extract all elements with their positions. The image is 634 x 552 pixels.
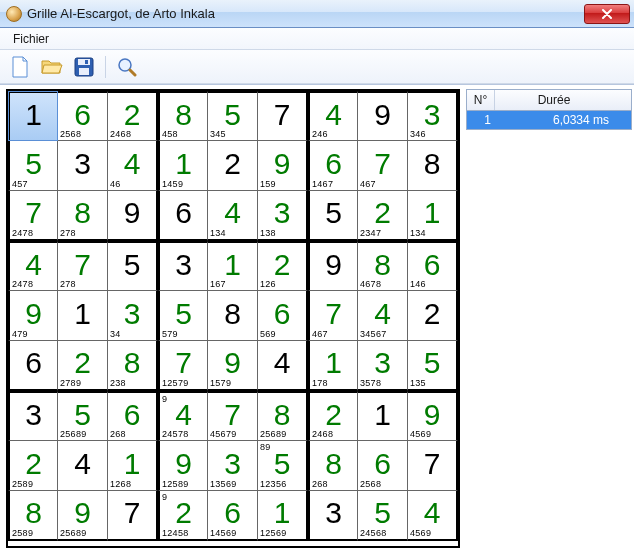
cell-r8-c3[interactable]: 11268 <box>108 441 158 491</box>
cell-r8-c7[interactable]: 8268 <box>308 441 358 491</box>
cell-r1-c6[interactable]: 7 <box>258 91 308 141</box>
cell-r3-c4[interactable]: 6 <box>158 191 208 241</box>
cell-r2-c8[interactable]: 7467 <box>358 141 408 191</box>
cell-r6-c3[interactable]: 8238 <box>108 341 158 391</box>
cell-r7-c1[interactable]: 3 <box>8 391 58 441</box>
cell-r9-c4[interactable]: 2124589 <box>158 491 208 541</box>
app-icon <box>6 6 22 22</box>
cell-value: 8 <box>424 149 441 179</box>
cell-r6-c8[interactable]: 33578 <box>358 341 408 391</box>
cell-r1-c3[interactable]: 22468 <box>108 91 158 141</box>
cell-r5-c9[interactable]: 2 <box>408 291 458 341</box>
cell-r5-c2[interactable]: 1 <box>58 291 108 341</box>
cell-value: 8 <box>274 400 291 430</box>
cell-r3-c5[interactable]: 4134 <box>208 191 258 241</box>
titlebar: Grille AI-Escargot, de Arto Inkala <box>0 0 634 28</box>
cell-r8-c1[interactable]: 22589 <box>8 441 58 491</box>
cell-r2-c3[interactable]: 446 <box>108 141 158 191</box>
cell-r2-c2[interactable]: 3 <box>58 141 108 191</box>
cell-r3-c7[interactable]: 5 <box>308 191 358 241</box>
cell-r9-c1[interactable]: 82589 <box>8 491 58 541</box>
new-file-button[interactable] <box>6 53 34 81</box>
cell-r8-c2[interactable]: 4 <box>58 441 108 491</box>
table-row[interactable]: 16,0334 ms <box>467 111 631 129</box>
cell-r6-c6[interactable]: 4 <box>258 341 308 391</box>
close-button[interactable] <box>584 4 630 24</box>
cell-r7-c3[interactable]: 6268 <box>108 391 158 441</box>
cell-r1-c1[interactable]: 1 <box>8 91 58 141</box>
cell-r6-c9[interactable]: 5135 <box>408 341 458 391</box>
menu-file[interactable]: Fichier <box>4 29 58 49</box>
cell-r8-c5[interactable]: 313569 <box>208 441 258 491</box>
cell-r2-c9[interactable]: 8 <box>408 141 458 191</box>
cell-r5-c7[interactable]: 7467 <box>308 291 358 341</box>
cell-r3-c3[interactable]: 9 <box>108 191 158 241</box>
cell-candidates: 2478 <box>12 228 33 238</box>
search-button[interactable] <box>113 53 141 81</box>
cell-r8-c9[interactable]: 7 <box>408 441 458 491</box>
save-button[interactable] <box>70 53 98 81</box>
cell-r4-c2[interactable]: 7278 <box>58 241 108 291</box>
cell-r1-c9[interactable]: 3346 <box>408 91 458 141</box>
cell-r3-c6[interactable]: 3138 <box>258 191 308 241</box>
cell-r7-c4[interactable]: 4245789 <box>158 391 208 441</box>
cell-r5-c4[interactable]: 5579 <box>158 291 208 341</box>
cell-r9-c9[interactable]: 44569 <box>408 491 458 541</box>
cell-r1-c7[interactable]: 4246 <box>308 91 358 141</box>
cell-r4-c4[interactable]: 3 <box>158 241 208 291</box>
cell-r9-c7[interactable]: 3 <box>308 491 358 541</box>
cell-candidates: 178 <box>312 378 328 388</box>
cell-r9-c2[interactable]: 925689 <box>58 491 108 541</box>
cell-r4-c3[interactable]: 5 <box>108 241 158 291</box>
cell-r9-c8[interactable]: 524568 <box>358 491 408 541</box>
cell-r4-c7[interactable]: 9 <box>308 241 358 291</box>
cell-r9-c6[interactable]: 112569 <box>258 491 308 541</box>
cell-r6-c7[interactable]: 1178 <box>308 341 358 391</box>
cell-r8-c6[interactable]: 51235689 <box>258 441 308 491</box>
cell-r3-c9[interactable]: 1134 <box>408 191 458 241</box>
sudoku-grid[interactable]: 1625682246884585345742469334654573446114… <box>6 89 460 548</box>
cell-r6-c2[interactable]: 22789 <box>58 341 108 391</box>
cell-r2-c4[interactable]: 11459 <box>158 141 208 191</box>
cell-r8-c8[interactable]: 62568 <box>358 441 408 491</box>
cell-r1-c2[interactable]: 62568 <box>58 91 108 141</box>
cell-r5-c1[interactable]: 9479 <box>8 291 58 341</box>
cell-r1-c5[interactable]: 5345 <box>208 91 258 141</box>
cell-r4-c8[interactable]: 84678 <box>358 241 408 291</box>
cell-r7-c8[interactable]: 1 <box>358 391 408 441</box>
cell-r4-c5[interactable]: 1167 <box>208 241 258 291</box>
cell-value: 1 <box>424 198 441 228</box>
cell-r7-c2[interactable]: 525689 <box>58 391 108 441</box>
cell-r9-c3[interactable]: 7 <box>108 491 158 541</box>
cell-r7-c6[interactable]: 825689 <box>258 391 308 441</box>
cell-r9-c5[interactable]: 614569 <box>208 491 258 541</box>
cell-r6-c1[interactable]: 6 <box>8 341 58 391</box>
cell-r8-c4[interactable]: 912589 <box>158 441 208 491</box>
col-duration[interactable]: Durée <box>495 90 613 110</box>
cell-r3-c1[interactable]: 72478 <box>8 191 58 241</box>
cell-r7-c7[interactable]: 22468 <box>308 391 358 441</box>
cell-value: 5 <box>175 299 192 329</box>
cell-r2-c5[interactable]: 2 <box>208 141 258 191</box>
cell-r4-c1[interactable]: 42478 <box>8 241 58 291</box>
cell-r2-c6[interactable]: 9159 <box>258 141 308 191</box>
cell-r6-c5[interactable]: 91579 <box>208 341 258 391</box>
cell-value: 9 <box>74 498 91 528</box>
cell-r1-c8[interactable]: 9 <box>358 91 408 141</box>
cell-r7-c9[interactable]: 94569 <box>408 391 458 441</box>
cell-r5-c3[interactable]: 334 <box>108 291 158 341</box>
cell-r5-c6[interactable]: 6569 <box>258 291 308 341</box>
open-folder-button[interactable] <box>38 53 66 81</box>
cell-r7-c5[interactable]: 745679 <box>208 391 258 441</box>
cell-r3-c8[interactable]: 22347 <box>358 191 408 241</box>
cell-r2-c1[interactable]: 5457 <box>8 141 58 191</box>
cell-r1-c4[interactable]: 8458 <box>158 91 208 141</box>
cell-r6-c4[interactable]: 712579 <box>158 341 208 391</box>
cell-r5-c8[interactable]: 434567 <box>358 291 408 341</box>
col-num[interactable]: N° <box>467 90 495 110</box>
cell-r4-c6[interactable]: 2126 <box>258 241 308 291</box>
cell-r3-c2[interactable]: 8278 <box>58 191 108 241</box>
cell-r5-c5[interactable]: 8 <box>208 291 258 341</box>
cell-r2-c7[interactable]: 61467 <box>308 141 358 191</box>
cell-r4-c9[interactable]: 6146 <box>408 241 458 291</box>
